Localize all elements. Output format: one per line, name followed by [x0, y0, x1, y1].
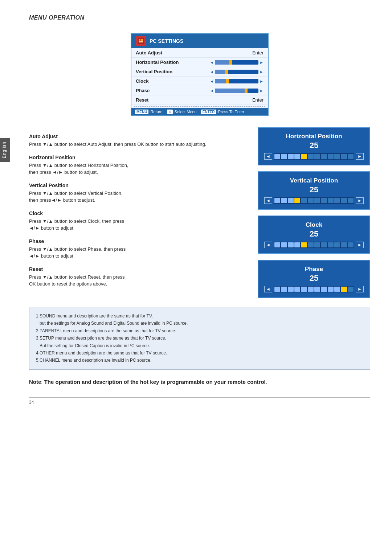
- content-left: Auto Adjust Press ▼/▲ button to select A…: [29, 127, 247, 298]
- top-divider: [29, 24, 370, 24]
- text-vertical: Press ▼/▲ button to select Vertical Posi…: [29, 190, 247, 204]
- note-1: 1.SOUND menu and description are the sam…: [36, 312, 363, 327]
- seg: [348, 154, 354, 159]
- panel-slider-right-v[interactable]: ►: [356, 197, 364, 204]
- note-4: 4.OTHER menu and description are the sam…: [36, 349, 363, 357]
- seg-thumb: [294, 198, 300, 203]
- menu-slider-clock: ◄ ►: [210, 79, 264, 83]
- heading-vertical: Vertical Position: [29, 182, 247, 188]
- menu-row-auto-adjust: Auto Adjust Enter: [131, 48, 268, 58]
- panel-slider-right-c[interactable]: ►: [356, 242, 364, 248]
- svg-rect-3: [139, 41, 143, 42]
- menu-row-label-auto-adjust: Auto Adjust: [136, 50, 183, 56]
- menu-slider-phase: ◄ ►: [210, 89, 264, 93]
- seg: [281, 242, 287, 247]
- footer-menu-key: MENU:Return: [135, 110, 163, 114]
- text-horizontal: Press ▼/▲ button to select Horizontal Po…: [29, 162, 247, 176]
- seg: [281, 198, 287, 203]
- panel-slider-left-p[interactable]: ◄: [264, 286, 272, 292]
- seg: [274, 242, 280, 247]
- panel-slider-left-v[interactable]: ◄: [264, 197, 272, 204]
- menu-row-label-phase: Phase: [136, 88, 183, 93]
- panel-slider-track: [274, 153, 354, 160]
- seg: [281, 287, 287, 292]
- slider-fill-c: [215, 79, 227, 83]
- footer-enter-key: ENTER:Press To Enter: [201, 110, 244, 114]
- heading-phase: Phase: [29, 238, 247, 244]
- seg: [288, 287, 294, 292]
- slider-thumb: [229, 60, 232, 65]
- seg: [294, 287, 300, 292]
- menu-row-clock: Clock ◄ ►: [131, 77, 268, 86]
- seg: [314, 287, 320, 292]
- menu-row-reset: Reset Enter: [131, 95, 268, 105]
- content-right: Horizontal Position 25 ◄: [258, 127, 370, 298]
- panel-horizontal-value: 25: [264, 141, 364, 150]
- seg-thumb: [301, 154, 307, 159]
- bold-note-prefix: Note: [29, 379, 41, 385]
- panel-phase-slider: ◄: [264, 286, 364, 292]
- seg: [274, 198, 280, 203]
- panel-vertical: Vertical Position 25 ◄: [258, 171, 370, 210]
- note-2: 2.PARENTAL menu and descriptions are the…: [36, 327, 363, 335]
- slider-track-v: [215, 70, 258, 74]
- slider-segments: [274, 153, 354, 160]
- seg: [341, 198, 347, 203]
- menu-row-value-auto-adjust: Enter: [252, 50, 264, 56]
- svg-rect-2: [141, 39, 143, 41]
- seg: [308, 154, 314, 159]
- menu-row-value-reset: Enter: [252, 97, 264, 103]
- heading-clock: Clock: [29, 210, 247, 216]
- seg: [308, 242, 314, 247]
- panel-clock-title: Clock: [264, 221, 364, 229]
- panel-vertical-title: Vertical Position: [264, 177, 364, 184]
- panel-horizontal-title: Horizontal Position: [264, 133, 364, 140]
- seg: [334, 242, 340, 247]
- bold-note: Note: The operation and description of t…: [29, 378, 370, 386]
- seg: [334, 198, 340, 203]
- seg: [328, 242, 334, 247]
- note-5: 5.CHANNEL menu and description are inval…: [36, 357, 363, 364]
- seg: [308, 287, 314, 292]
- slider-right-arrow-c: ►: [260, 79, 264, 83]
- menu-row-label-reset: Reset: [136, 97, 183, 103]
- pc-settings-title: PC SETTINGS: [150, 38, 183, 44]
- seg: [348, 287, 354, 292]
- slider-left-arrow-p: ◄: [210, 89, 214, 93]
- slider-segments-c: [274, 242, 354, 248]
- seg: [314, 198, 320, 203]
- panel-slider-right-p[interactable]: ►: [356, 286, 364, 292]
- seg: [274, 287, 280, 292]
- panel-slider-left[interactable]: ◄: [264, 153, 272, 160]
- seg: [321, 287, 327, 292]
- text-reset: Press ▼/▲ button to select Reset, then p…: [29, 274, 247, 288]
- seg: [288, 242, 294, 247]
- seg: [348, 242, 354, 247]
- seg: [294, 242, 300, 247]
- slider-segments-p: [274, 286, 354, 292]
- seg: [334, 287, 340, 292]
- seg: [341, 242, 347, 247]
- svg-rect-0: [138, 38, 144, 44]
- svg-rect-1: [139, 39, 140, 41]
- seg: [308, 198, 314, 203]
- panel-slider-right[interactable]: ►: [356, 153, 364, 160]
- menu-row-phase: Phase ◄ ►: [131, 86, 268, 95]
- panel-slider-left-c[interactable]: ◄: [264, 242, 272, 248]
- main-content: Auto Adjust Press ▼/▲ button to select A…: [29, 127, 370, 298]
- panel-slider-track-c: [274, 242, 354, 248]
- heading-auto-adjust: Auto Adjust: [29, 134, 247, 139]
- footer-select-key: ⊙:Select Menu: [167, 110, 197, 114]
- slider-thumb-p: [245, 89, 248, 93]
- panel-horizontal: Horizontal Position 25 ◄: [258, 127, 370, 165]
- seg: [301, 198, 307, 203]
- seg: [301, 287, 307, 292]
- seg: [288, 198, 294, 203]
- pc-settings-header: PC SETTINGS: [131, 34, 268, 48]
- seg: [314, 154, 320, 159]
- seg: [281, 154, 287, 159]
- page-number: 34: [29, 400, 370, 405]
- menu-divider: [134, 106, 265, 107]
- menu-icon: [136, 36, 146, 46]
- slider-right-arrow: ►: [260, 60, 264, 65]
